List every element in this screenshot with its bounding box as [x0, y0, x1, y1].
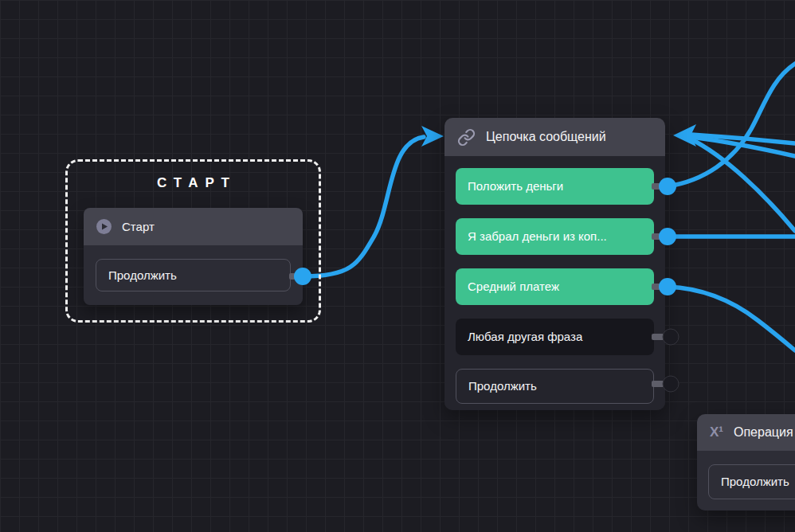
flow-canvas[interactable]: СТАРТ Старт Продолжить Цепочка сообщений [0, 0, 795, 532]
start-node-body: Продолжить [84, 245, 303, 305]
play-icon [96, 219, 112, 234]
chain-continue-button[interactable]: Продолжить [456, 369, 654, 404]
start-continue-button[interactable]: Продолжить [96, 259, 291, 291]
chain-link-icon [457, 128, 476, 147]
message-chain-node[interactable]: Цепочка сообщений Положить деньги Я забр… [444, 118, 665, 410]
chain-option-put-money[interactable]: Положить деньги [456, 168, 654, 205]
operation-node[interactable]: X¹ Операция Продолжить [697, 414, 795, 510]
message-chain-body: Положить деньги Я забрал деньги из коп..… [444, 156, 665, 410]
chain-option-took-money[interactable]: Я забрал деньги из коп... [456, 218, 654, 255]
chain-option-any-other-phrase[interactable]: Любая другая фраза [456, 319, 654, 355]
edge-average-payment-out[interactable] [668, 287, 795, 350]
operation-node-header: X¹ Операция [697, 414, 795, 451]
edge-start-to-chain[interactable] [304, 137, 424, 276]
start-group-title: СТАРТ [68, 175, 319, 191]
start-group-node[interactable]: СТАРТ Старт Продолжить [65, 159, 321, 323]
variable-x1-icon: X¹ [710, 424, 723, 440]
chain-option-average-payment[interactable]: Средний платеж [456, 268, 654, 305]
start-node-card[interactable]: Старт Продолжить [84, 208, 303, 305]
start-node-header: Старт [84, 208, 303, 245]
operation-node-body: Продолжить [697, 451, 795, 510]
message-chain-title: Цепочка сообщений [486, 130, 606, 144]
operation-continue-button[interactable]: Продолжить [708, 464, 795, 499]
operation-node-title: Операция [734, 425, 793, 440]
start-node-title: Старт [122, 220, 155, 233]
message-chain-header: Цепочка сообщений [444, 118, 665, 156]
